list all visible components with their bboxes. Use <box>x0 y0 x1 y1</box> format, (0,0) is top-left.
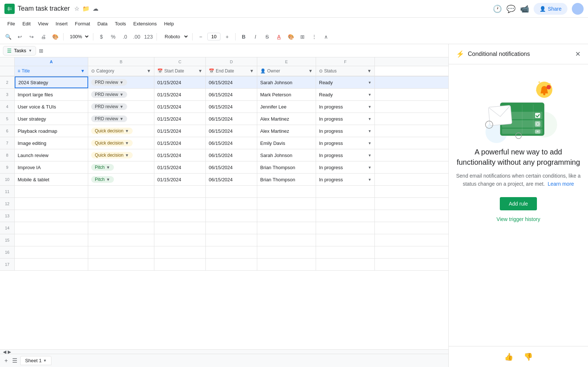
category-dropdown-button[interactable]: ▼ <box>119 92 123 97</box>
empty-row[interactable]: 11 <box>0 186 448 198</box>
strikethrough-button[interactable]: S <box>262 32 272 42</box>
empty-row[interactable]: 17 <box>0 259 448 271</box>
title-cell[interactable]: Import large files <box>15 89 88 100</box>
col-header-category[interactable]: ⊙ Category ▼ <box>88 66 154 76</box>
col-header-end-date[interactable]: 📅 End Date ▼ <box>206 66 257 76</box>
category-cell[interactable]: PRD review▼ <box>88 89 154 100</box>
title-cell[interactable]: Image editing <box>15 137 88 149</box>
menu-file[interactable]: File <box>4 19 18 28</box>
empty-cell[interactable] <box>88 222 154 234</box>
category-cell[interactable]: PRD review▼ <box>88 76 154 88</box>
category-dropdown-button[interactable]: ▼ <box>119 117 123 121</box>
table-row[interactable]: 6Playback roadmapQuick decision▼01/15/20… <box>0 125 448 137</box>
status-dropdown[interactable]: In progress▼ <box>319 104 372 110</box>
scrollbar-area[interactable]: ◀ ▶ <box>0 349 448 354</box>
empty-cell[interactable] <box>257 222 316 234</box>
category-dropdown-button[interactable]: ▼ <box>106 165 110 170</box>
title-cell[interactable]: Improve IA <box>15 161 88 173</box>
category-dropdown-button[interactable]: ▼ <box>106 177 110 182</box>
col-header-start-date[interactable]: 📅 Start Date ▼ <box>154 66 206 76</box>
empty-row[interactable]: 16 <box>0 246 448 259</box>
status-dropdown[interactable]: In progress▼ <box>319 165 372 170</box>
empty-cell[interactable] <box>257 246 316 258</box>
status-dropdown[interactable]: In progress▼ <box>319 128 372 134</box>
status-cell[interactable]: Ready▼ <box>316 76 375 88</box>
col-letter-c[interactable]: C <box>154 57 206 66</box>
title-cell[interactable]: Playback roadmap <box>15 125 88 137</box>
status-dropdown[interactable]: Ready▼ <box>319 92 372 97</box>
sheet-list-button[interactable]: ☰ <box>11 356 19 366</box>
empty-cell[interactable] <box>15 222 88 234</box>
history-icon[interactable]: 🕐 <box>493 4 502 13</box>
tasks-tab-dropdown-icon[interactable]: ▼ <box>28 49 32 53</box>
title-cell[interactable]: Launch review <box>15 149 88 161</box>
table-row[interactable]: 3Import large filesPRD review▼01/15/2024… <box>0 89 448 101</box>
empty-cell[interactable] <box>88 198 154 210</box>
folder-icon[interactable]: 📁 <box>82 5 90 12</box>
menu-view[interactable]: View <box>35 19 51 28</box>
menu-format[interactable]: Format <box>72 19 93 28</box>
title-cell[interactable]: 2024 Strategy <box>15 76 88 88</box>
status-cell[interactable]: Ready▼ <box>316 89 375 100</box>
table-row[interactable]: 9Improve IAPitch▼01/15/202406/15/2024Bri… <box>0 161 448 174</box>
collapse-toolbar-button[interactable]: ∧ <box>321 32 331 42</box>
col-header-title[interactable]: ≡ Title ▼ <box>15 66 88 76</box>
empty-cell[interactable] <box>15 210 88 222</box>
empty-cell[interactable] <box>154 198 206 210</box>
empty-cell[interactable] <box>316 222 375 234</box>
empty-row[interactable]: 14 <box>0 222 448 234</box>
fill-color-button[interactable]: 🎨 <box>286 32 296 42</box>
category-cell[interactable]: Quick decision▼ <box>88 125 154 137</box>
redo-button[interactable]: ↪ <box>26 32 37 42</box>
col-letter-b[interactable]: B <box>88 57 154 66</box>
format-number-button[interactable]: 123 <box>143 32 154 42</box>
empty-row[interactable]: 12 <box>0 198 448 210</box>
empty-cell[interactable] <box>257 234 316 246</box>
empty-cell[interactable] <box>15 186 88 197</box>
paint-format-button[interactable]: 🎨 <box>50 32 60 42</box>
menu-tools[interactable]: Tools <box>112 19 129 28</box>
search-button[interactable]: 🔍 <box>3 32 13 42</box>
title-cell[interactable]: Mobile & tablet <box>15 174 88 185</box>
currency-button[interactable]: $ <box>96 32 107 42</box>
col-letter-d[interactable]: D <box>206 57 257 66</box>
category-cell[interactable]: Pitch▼ <box>88 174 154 185</box>
status-dropdown[interactable]: In progress▼ <box>319 140 372 146</box>
decrease-font-button[interactable]: − <box>196 32 206 42</box>
zoom-select[interactable]: 100% <box>67 32 90 41</box>
close-panel-button[interactable]: ✕ <box>575 50 581 58</box>
table-row[interactable]: 7Image editingQuick decision▼01/15/20240… <box>0 137 448 149</box>
learn-more-link[interactable]: Learn more <box>548 181 574 187</box>
empty-cell[interactable] <box>15 198 88 210</box>
table-row[interactable]: 5User strategyPRD review▼01/15/202406/15… <box>0 113 448 125</box>
table-row[interactable]: 8Launch reviewQuick decision▼01/15/20240… <box>0 149 448 161</box>
decrease-decimal-button[interactable]: .0 <box>120 32 130 42</box>
empty-row[interactable]: 13 <box>0 210 448 222</box>
empty-cell[interactable] <box>154 246 206 258</box>
status-cell[interactable]: In progress▼ <box>316 125 375 137</box>
empty-cell[interactable] <box>316 234 375 246</box>
menu-insert[interactable]: Insert <box>53 19 71 28</box>
borders-button[interactable]: ⊞ <box>297 32 308 42</box>
table-view-icon[interactable]: ⊞ <box>39 48 43 54</box>
add-sheet-button[interactable]: + <box>3 356 9 366</box>
add-rule-button[interactable]: Add rule <box>500 197 537 210</box>
category-cell[interactable]: PRD review▼ <box>88 101 154 113</box>
status-dropdown[interactable]: Ready▼ <box>319 80 372 85</box>
empty-cell[interactable] <box>154 186 206 197</box>
status-dropdown[interactable]: In progress▼ <box>319 153 372 158</box>
status-dropdown[interactable]: In progress▼ <box>319 177 372 182</box>
empty-cell[interactable] <box>206 198 257 210</box>
share-button[interactable]: 👤 Share <box>534 3 567 15</box>
title-cell[interactable]: User strategy <box>15 113 88 125</box>
video-icon[interactable]: 📹 <box>520 4 529 13</box>
empty-cell[interactable] <box>316 198 375 210</box>
status-cell[interactable]: In progress▼ <box>316 137 375 149</box>
table-row[interactable]: 22024 StrategyPRD review▼01/15/202406/15… <box>0 76 448 89</box>
empty-cell[interactable] <box>206 186 257 197</box>
undo-button[interactable]: ↩ <box>15 32 25 42</box>
status-cell[interactable]: In progress▼ <box>316 149 375 161</box>
table-row[interactable]: 10Mobile & tabletPitch▼01/15/202406/15/2… <box>0 174 448 186</box>
print-button[interactable]: 🖨 <box>38 32 49 42</box>
title-cell[interactable]: User voice & TUIs <box>15 101 88 113</box>
